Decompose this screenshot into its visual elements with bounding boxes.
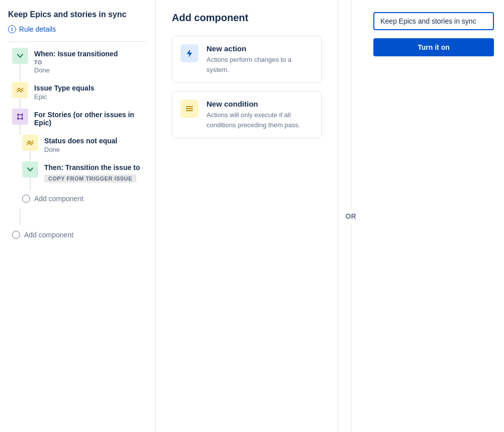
svg-point-2: [17, 118, 19, 120]
middle-panel: Add component New action Actions perform…: [156, 0, 338, 432]
svg-point-3: [21, 118, 23, 120]
condition-card-title: New condition: [207, 100, 313, 108]
condition-card-content: New condition Actions will only execute …: [207, 100, 313, 130]
timeline-item-action[interactable]: Then: Transition the issue to COPY FROM …: [22, 161, 147, 183]
timeline-item-condition1[interactable]: Issue Type equals Epic: [12, 82, 147, 101]
svg-rect-5: [186, 108, 193, 109]
info-icon: i: [8, 25, 16, 33]
condition-card-desc: Actions will only execute if all conditi…: [207, 110, 313, 130]
add-component-inner-circle: [22, 195, 30, 203]
or-label: OR: [346, 208, 356, 224]
trigger-to: TO: [34, 59, 118, 65]
page-container: Keep Epics and stories in sync i Rule de…: [0, 0, 504, 432]
trigger-sub: Done: [34, 66, 118, 74]
condition1-content: Issue Type equals Epic: [34, 82, 94, 101]
panel-title: Add component: [172, 12, 322, 24]
add-component-outer[interactable]: Add component: [12, 227, 147, 243]
sidebar: Keep Epics and stories in sync i Rule de…: [0, 0, 156, 432]
add-component-outer-label: Add component: [24, 231, 73, 239]
or-line-bottom: [351, 224, 351, 433]
svg-point-0: [17, 114, 19, 116]
action-card-icon: [180, 44, 198, 62]
condition-card-icon: [180, 100, 198, 118]
branch-icon: [12, 109, 28, 125]
add-component-outer-circle: [12, 231, 20, 239]
action-card-desc: Actions perform changes to a system.: [207, 55, 313, 74]
or-line-top: [351, 0, 351, 208]
condition2-content: Status does not equal Done: [44, 135, 117, 153]
action-title: Then: Transition the issue to: [44, 163, 140, 171]
branch-content: For Stories (or other issues in Epic): [34, 109, 147, 127]
new-action-card[interactable]: New action Actions perform changes to a …: [172, 36, 322, 83]
condition1-icon: [12, 82, 28, 98]
right-panel: Turn it on: [363, 0, 504, 432]
add-component-inner[interactable]: Add component: [22, 191, 147, 207]
add-component-inner-label: Add component: [34, 195, 83, 203]
action-badge: COPY FROM TRIGGER ISSUE: [44, 175, 136, 183]
timeline-item-trigger[interactable]: When: Issue transitioned TO Done: [12, 48, 147, 74]
svg-point-1: [21, 114, 23, 116]
condition2-title: Status does not equal: [44, 137, 117, 145]
svg-rect-4: [186, 106, 193, 107]
trigger-content: When: Issue transitioned TO Done: [34, 48, 118, 74]
sidebar-divider: [8, 41, 147, 42]
action-icon: [22, 161, 38, 178]
rule-details-label: Rule details: [19, 25, 56, 33]
rule-details-link[interactable]: i Rule details: [8, 23, 147, 35]
sidebar-title: Keep Epics and stories in sync: [8, 10, 147, 19]
branch-title: For Stories (or other issues in Epic): [34, 111, 147, 127]
condition2-sub: Done: [44, 146, 117, 153]
timeline: When: Issue transitioned TO Done Issue T…: [8, 48, 147, 243]
rule-name-input[interactable]: [373, 12, 494, 30]
or-divider: OR: [338, 0, 363, 432]
turn-on-button[interactable]: Turn it on: [373, 38, 494, 56]
timeline-item-branch[interactable]: For Stories (or other issues in Epic): [12, 109, 147, 127]
timeline-item-condition2[interactable]: Status does not equal Done: [22, 135, 147, 153]
svg-rect-6: [186, 110, 193, 111]
condition1-sub: Epic: [34, 93, 94, 101]
action-content: Then: Transition the issue to COPY FROM …: [44, 161, 140, 183]
action-card-title: New action: [207, 44, 313, 53]
trigger-title: When: Issue transitioned: [34, 50, 118, 58]
condition2-icon: [22, 135, 38, 151]
condition1-title: Issue Type equals: [34, 84, 94, 92]
trigger-icon: [12, 48, 28, 64]
action-card-content: New action Actions perform changes to a …: [207, 44, 313, 74]
new-condition-card[interactable]: New condition Actions will only execute …: [172, 91, 322, 138]
